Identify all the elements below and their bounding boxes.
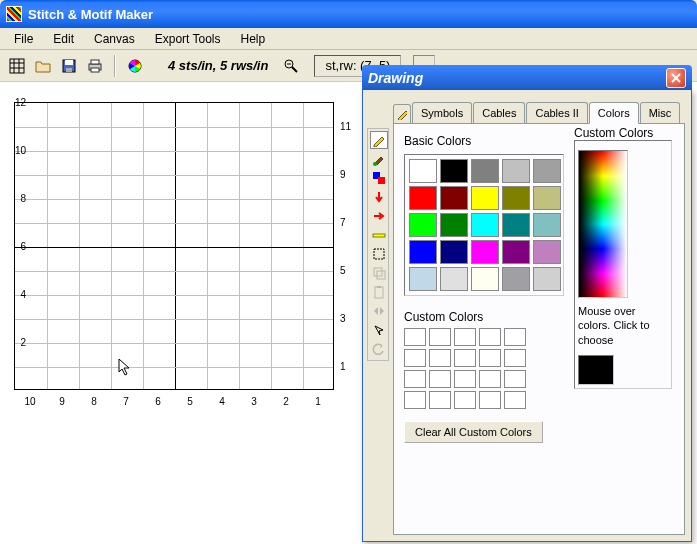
color-swatch[interactable] [533, 213, 561, 237]
tab-colors[interactable]: Colors [589, 102, 639, 124]
color-swatch[interactable] [409, 186, 437, 210]
line-tool-icon[interactable] [370, 226, 388, 244]
density-label: 4 sts/in, 5 rws/in [168, 58, 268, 73]
color-swatch[interactable] [533, 186, 561, 210]
menu-file[interactable]: File [4, 29, 43, 49]
custom-swatch[interactable] [479, 349, 501, 367]
custom-swatch[interactable] [479, 328, 501, 346]
zoom-out-icon[interactable] [280, 55, 302, 77]
grid-icon[interactable] [6, 55, 28, 77]
svg-rect-23 [377, 271, 385, 279]
drawing-panel-title: Drawing [368, 70, 423, 86]
close-icon[interactable] [666, 68, 686, 88]
svg-rect-19 [378, 177, 385, 184]
row-label-r: 7 [340, 217, 346, 228]
custom-swatch[interactable] [504, 349, 526, 367]
color-swatch[interactable] [409, 240, 437, 264]
menu-canvas[interactable]: Canvas [84, 29, 145, 49]
color-swatch[interactable] [502, 240, 530, 264]
col-label: 5 [187, 396, 193, 407]
open-icon[interactable] [32, 55, 54, 77]
custom-swatch[interactable] [454, 349, 476, 367]
fill-tool-icon[interactable] [370, 169, 388, 187]
tab-symbols[interactable]: Symbols [412, 102, 472, 123]
undo-tool-icon[interactable] [370, 340, 388, 358]
custom-swatch[interactable] [429, 391, 451, 409]
save-icon[interactable] [58, 55, 80, 77]
custom-swatch[interactable] [429, 349, 451, 367]
select-tool-icon[interactable] [370, 245, 388, 263]
color-swatch[interactable] [502, 267, 530, 291]
print-icon[interactable] [84, 55, 106, 77]
svg-rect-10 [91, 68, 99, 72]
flip-tool-icon[interactable] [370, 302, 388, 320]
color-swatch[interactable] [471, 159, 499, 183]
color-swatch[interactable] [440, 159, 468, 183]
tab-misc[interactable]: Misc [640, 102, 681, 123]
color-swatch[interactable] [471, 267, 499, 291]
drawing-tabs: Symbols Cables Cables II Colors Misc [393, 98, 685, 124]
color-swatch[interactable] [409, 159, 437, 183]
custom-swatch[interactable] [454, 328, 476, 346]
row-label-r: 1 [340, 361, 346, 372]
drawing-panel: Symbols Cables Cables II Colors Misc Bas… [362, 90, 692, 542]
custom-swatch[interactable] [404, 391, 426, 409]
color-swatch[interactable] [440, 213, 468, 237]
color-wheel-icon[interactable] [124, 55, 146, 77]
custom-swatch[interactable] [479, 370, 501, 388]
custom-colors-label: Custom Colors [574, 126, 672, 140]
color-swatch[interactable] [471, 240, 499, 264]
clear-custom-colors-button[interactable]: Clear All Custom Colors [404, 421, 543, 443]
color-swatch[interactable] [471, 186, 499, 210]
custom-colors-group: Custom Colors Mouse over colors. Click t… [574, 126, 672, 389]
color-swatch[interactable] [533, 159, 561, 183]
pencil-tool-icon[interactable] [370, 131, 388, 149]
brush-tool-icon[interactable] [370, 150, 388, 168]
move-tool-icon[interactable] [370, 321, 388, 339]
drawing-panel-titlebar[interactable]: Drawing [362, 65, 692, 91]
row-label-r: 11 [340, 121, 351, 132]
custom-swatch[interactable] [429, 328, 451, 346]
col-label: 9 [59, 396, 65, 407]
custom-swatch[interactable] [454, 391, 476, 409]
svg-rect-21 [374, 249, 384, 259]
custom-swatch[interactable] [404, 349, 426, 367]
color-swatch[interactable] [409, 267, 437, 291]
color-swatch[interactable] [440, 267, 468, 291]
stitch-grid[interactable] [14, 102, 334, 390]
color-swatch[interactable] [502, 213, 530, 237]
col-label: 2 [283, 396, 289, 407]
color-swatch[interactable] [440, 186, 468, 210]
tab-pencil[interactable] [393, 104, 411, 123]
copy-tool-icon[interactable] [370, 264, 388, 282]
color-swatch[interactable] [471, 213, 499, 237]
color-swatch[interactable] [502, 186, 530, 210]
custom-swatch[interactable] [454, 370, 476, 388]
tab-cables[interactable]: Cables [473, 102, 525, 123]
color-swatch[interactable] [533, 240, 561, 264]
row-label: 4 [20, 289, 26, 300]
separator [114, 55, 116, 77]
color-swatch[interactable] [502, 159, 530, 183]
custom-swatch[interactable] [404, 370, 426, 388]
paste-tool-icon[interactable] [370, 283, 388, 301]
arrow-right-tool-icon[interactable] [370, 207, 388, 225]
arrow-down-tool-icon[interactable] [370, 188, 388, 206]
color-swatch[interactable] [440, 240, 468, 264]
color-swatch[interactable] [533, 267, 561, 291]
custom-swatch[interactable] [504, 391, 526, 409]
custom-swatch[interactable] [504, 370, 526, 388]
svg-rect-24 [375, 287, 383, 298]
menu-export-tools[interactable]: Export Tools [145, 29, 231, 49]
custom-swatch[interactable] [404, 328, 426, 346]
menu-help[interactable]: Help [231, 29, 276, 49]
titlebar: Stitch & Motif Maker [0, 0, 697, 28]
menu-edit[interactable]: Edit [43, 29, 84, 49]
tab-cables2[interactable]: Cables II [526, 102, 587, 123]
row-label: 10 [15, 145, 26, 156]
custom-swatch[interactable] [429, 370, 451, 388]
custom-swatch[interactable] [479, 391, 501, 409]
custom-swatch[interactable] [504, 328, 526, 346]
color-swatch[interactable] [409, 213, 437, 237]
color-spectrum[interactable] [578, 150, 628, 298]
